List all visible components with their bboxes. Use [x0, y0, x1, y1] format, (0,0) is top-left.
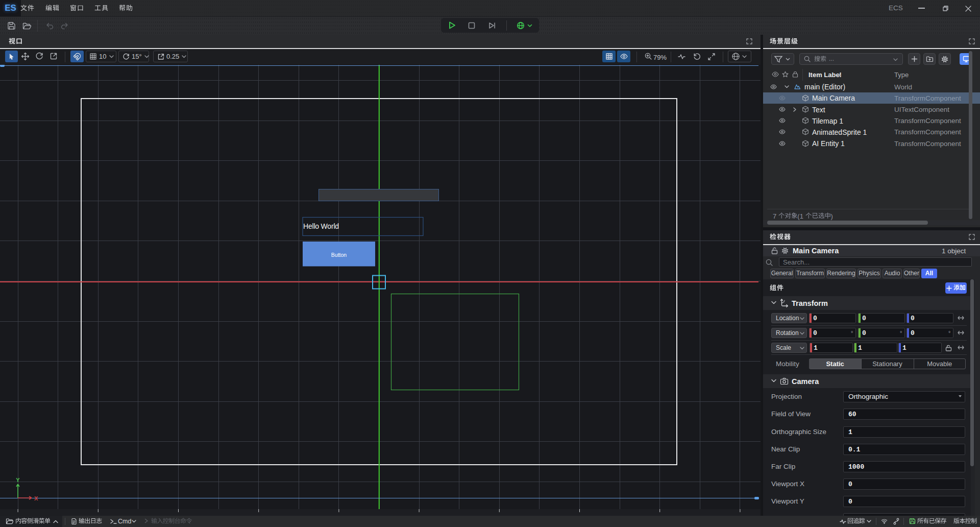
svg-text:Hello World: Hello World	[303, 222, 339, 230]
svg-text:Button: Button	[331, 252, 347, 258]
svg-text:X: X	[34, 495, 38, 501]
svg-text:Y: Y	[16, 477, 20, 483]
